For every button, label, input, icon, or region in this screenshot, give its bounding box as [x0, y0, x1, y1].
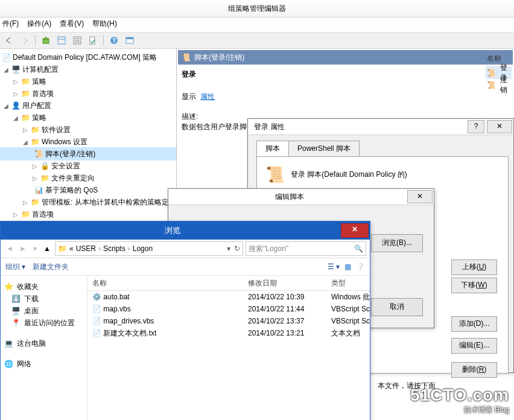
script-icon: 📜	[34, 149, 43, 159]
folder-icon: 📁	[21, 77, 30, 86]
browse-button[interactable]: 浏览(B)...	[371, 234, 423, 252]
browse-dialog: 浏览 ✕ ◄ ► ▾ ▲ 📁 « USER› Scripts› Logon ▾↻…	[0, 221, 370, 420]
window-title: 组策略管理编辑器	[0, 0, 514, 18]
menu-help[interactable]: 帮助(H)	[92, 19, 117, 31]
tree-computer-policies[interactable]: ▷📁策略	[0, 75, 176, 88]
delete-button[interactable]: 删除(R)	[451, 362, 497, 378]
tree-computer-config[interactable]: ◢🖥️计算机配置	[0, 63, 176, 75]
tree-folder-redir[interactable]: ▷📁文件夹重定向	[0, 172, 176, 184]
computer-icon: 🖥️	[11, 65, 21, 74]
folder-icon: 📁	[21, 89, 30, 98]
qos-icon: 📊	[34, 185, 43, 195]
menu-action[interactable]: 操作(A)	[27, 19, 51, 31]
user-icon: 👤	[11, 101, 21, 110]
nav-network[interactable]: 🌐网络	[4, 358, 83, 370]
up-icon[interactable]: ▲	[42, 244, 52, 253]
col-type[interactable]: 类型	[326, 278, 370, 288]
tree-computer-prefs[interactable]: ▷📁首选项	[0, 88, 176, 100]
detail-show-row: 显示 属性	[182, 92, 509, 102]
folder-icon: 📁	[21, 113, 30, 122]
folder-icon: 📁	[30, 137, 40, 147]
properties-box-icon[interactable]	[71, 34, 84, 47]
folder-icon: 📁	[30, 197, 40, 207]
col-date[interactable]: 修改日期	[243, 278, 326, 288]
file-row[interactable]: 📄 新建文本文档.txt2014/10/22 13:21文本文档	[87, 327, 370, 339]
nav-recent[interactable]: 📍最近访问的位置	[4, 317, 83, 329]
recent-icon: 📍	[11, 319, 21, 327]
txt-icon: 📄	[92, 329, 101, 337]
help-button[interactable]: ?	[468, 120, 484, 133]
view-icon[interactable]: ☰ ▾	[328, 262, 340, 271]
svg-text:?: ?	[112, 37, 116, 44]
back-icon[interactable]	[2, 34, 16, 47]
back-icon[interactable]: ◄	[4, 244, 15, 253]
tree-windows-settings[interactable]: ◢📁Windows 设置	[0, 136, 176, 148]
menu-view[interactable]: 查看(V)	[60, 19, 84, 31]
vbs-icon: 📄	[92, 305, 101, 313]
nav-downloads[interactable]: ⬇️下载	[4, 293, 83, 305]
file-list: 名称 修改日期 类型 ⚙️ auto.bat2014/10/22 10:39Wi…	[87, 276, 370, 420]
nav-thispc[interactable]: 💻这台电脑	[4, 337, 83, 349]
tree-root[interactable]: 📄Default Domain Policy [DC.ATAW.COM] 策略	[0, 51, 176, 63]
lock-icon: 🔒	[40, 161, 49, 171]
move-up-button[interactable]: 上移(U)	[451, 259, 497, 275]
close-button[interactable]: ✕	[341, 223, 369, 238]
move-down-button[interactable]: 下移(W)	[451, 278, 497, 293]
close-button[interactable]: ✕	[487, 120, 512, 133]
folder-icon: 📁	[30, 125, 40, 135]
tree-security[interactable]: ▷🔒安全设置	[0, 160, 176, 172]
tab-script[interactable]: 脚本	[256, 141, 289, 157]
up-icon[interactable]	[39, 34, 52, 47]
list-row-logoff[interactable]: 📜注销	[486, 79, 512, 91]
nav-pane: ⭐收藏夹 ⬇️下载 🖥️桌面 📍最近访问的位置 💻这台电脑 🌐网络	[1, 276, 87, 420]
script-icon: 📜	[487, 80, 496, 90]
script-large-icon: 📜	[265, 165, 285, 184]
help-icon[interactable]: ❔	[356, 262, 365, 271]
filter-icon[interactable]	[123, 34, 136, 47]
folder-icon: 📁	[40, 173, 49, 183]
menubar: 件(F) 操作(A) 查看(V) 帮助(H)	[0, 18, 514, 32]
search-input[interactable]: 搜索"Logon" 🔍	[246, 241, 366, 256]
script-icon: 📜	[182, 53, 191, 62]
tree-soft-settings[interactable]: ▷📁软件设置	[0, 124, 176, 136]
nav-desktop[interactable]: 🖥️桌面	[4, 305, 83, 317]
forward-icon[interactable]: ►	[17, 244, 28, 253]
refresh-icon[interactable]: ↻	[234, 244, 240, 253]
svg-rect-11	[126, 37, 133, 39]
tree-user-policies[interactable]: ◢📁策略	[0, 112, 176, 124]
policy-icon: 📄	[1, 52, 11, 62]
file-row[interactable]: ⚙️ auto.bat2014/10/22 10:39Windows 批	[87, 291, 370, 303]
breadcrumb[interactable]: 📁 « USER› Scripts› Logon ▾↻	[55, 241, 243, 256]
doc-check-icon[interactable]	[86, 34, 100, 47]
tree-user-prefs[interactable]: ▷📁首选项	[0, 208, 176, 220]
favorites-group[interactable]: ⭐收藏夹	[4, 281, 83, 293]
list-box-icon[interactable]	[55, 34, 68, 47]
dialog-title: 浏览	[7, 225, 338, 236]
tree-user-config[interactable]: ◢👤用户配置	[0, 100, 176, 112]
edit-button[interactable]: 编辑(E)...	[451, 338, 497, 354]
col-name[interactable]: 名称	[87, 278, 243, 288]
tree-admin-templates[interactable]: ▷📁管理模板: 从本地计算机中检索的策略定	[0, 196, 176, 208]
forward-icon[interactable]	[18, 34, 31, 47]
help-icon[interactable]: ?	[107, 34, 121, 47]
new-folder-button[interactable]: 新建文件夹	[33, 262, 69, 272]
organize-menu[interactable]: 组织 ▾	[5, 262, 25, 272]
menu-file[interactable]: 件(F)	[2, 19, 19, 31]
props-caption: 登录 脚本(Default Domain Policy 的)	[291, 170, 407, 180]
tree-policy-qos[interactable]: 📊基于策略的 QoS	[0, 184, 176, 196]
dialog-title: 编辑脚本	[174, 192, 405, 202]
chevron-down-icon[interactable]: ▾	[31, 244, 39, 253]
vbs-icon: 📄	[92, 317, 101, 325]
properties-link[interactable]: 属性	[200, 92, 215, 101]
file-row[interactable]: 📄 map_drives.vbs2014/10/22 13:37VBScript…	[87, 315, 370, 327]
tree-scripts[interactable]: 📜脚本(登录/注销)	[0, 148, 176, 160]
tab-powershell[interactable]: PowerShell 脚本	[288, 141, 360, 157]
cancel-button[interactable]: 取消	[371, 298, 423, 316]
file-row[interactable]: 📄 map.vbs2014/10/22 11:44VBScript Sc	[87, 303, 370, 315]
search-icon: 🔍	[354, 244, 363, 253]
preview-icon[interactable]: ▦	[344, 262, 351, 271]
script-icon: 📜	[487, 68, 496, 78]
close-button[interactable]: ✕	[407, 190, 433, 203]
add-button[interactable]: 添加(D)...	[451, 316, 497, 332]
chevron-down-icon[interactable]: ▾	[227, 244, 230, 253]
